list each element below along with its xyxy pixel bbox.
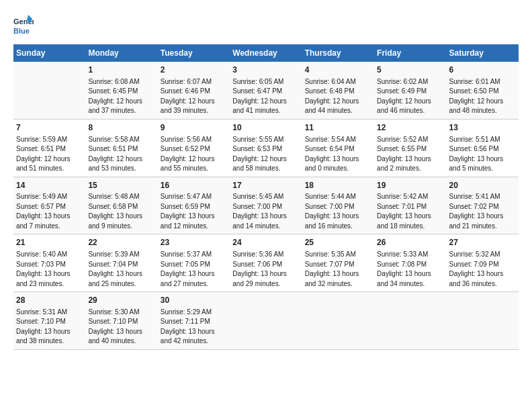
calendar-cell — [302, 292, 374, 350]
day-number: 21 — [16, 237, 83, 248]
calendar-cell — [13, 62, 85, 119]
cell-content: Sunrise: 6:04 AM Sunset: 6:48 PM Dayligh… — [305, 77, 371, 116]
calendar-cell: 22Sunrise: 5:39 AM Sunset: 7:04 PM Dayli… — [85, 234, 157, 292]
calendar-cell: 13Sunrise: 5:51 AM Sunset: 6:56 PM Dayli… — [447, 119, 519, 177]
calendar-cell — [447, 292, 519, 350]
day-number: 9 — [161, 122, 227, 134]
day-number: 4 — [305, 64, 371, 76]
calendar-cell: 27Sunrise: 5:32 AM Sunset: 7:09 PM Dayli… — [447, 234, 519, 292]
calendar-cell: 6Sunrise: 6:01 AM Sunset: 6:50 PM Daylig… — [447, 62, 519, 119]
cell-content: Sunrise: 5:30 AM Sunset: 7:10 PM Dayligh… — [88, 308, 154, 347]
svg-text:Blue: Blue — [13, 27, 30, 35]
calendar-cell: 28Sunrise: 5:31 AM Sunset: 7:10 PM Dayli… — [13, 292, 85, 350]
day-number: 15 — [88, 180, 154, 191]
cell-content: Sunrise: 5:44 AM Sunset: 7:00 PM Dayligh… — [305, 192, 371, 231]
calendar-cell: 19Sunrise: 5:42 AM Sunset: 7:01 PM Dayli… — [374, 177, 446, 234]
calendar-cell: 8Sunrise: 5:58 AM Sunset: 6:51 PM Daylig… — [85, 119, 157, 177]
calendar-cell: 21Sunrise: 5:40 AM Sunset: 7:03 PM Dayli… — [13, 234, 85, 292]
calendar-cell: 26Sunrise: 5:33 AM Sunset: 7:08 PM Dayli… — [374, 234, 446, 292]
cell-content: Sunrise: 5:37 AM Sunset: 7:05 PM Dayligh… — [161, 250, 227, 289]
day-number: 12 — [377, 122, 443, 134]
calendar-cell: 16Sunrise: 5:47 AM Sunset: 6:59 PM Dayli… — [158, 177, 230, 234]
cell-content: Sunrise: 5:52 AM Sunset: 6:55 PM Dayligh… — [377, 135, 443, 174]
cell-content: Sunrise: 5:39 AM Sunset: 7:04 PM Dayligh… — [88, 250, 154, 289]
calendar-header: SundayMondayTuesdayWednesdayThursdayFrid… — [13, 44, 519, 62]
day-number: 13 — [449, 122, 516, 134]
cell-content: Sunrise: 5:45 AM Sunset: 7:00 PM Dayligh… — [232, 192, 299, 231]
week-row-2: 14Sunrise: 5:49 AM Sunset: 6:57 PM Dayli… — [13, 177, 519, 234]
calendar-cell: 5Sunrise: 6:02 AM Sunset: 6:49 PM Daylig… — [374, 62, 446, 119]
day-number: 29 — [88, 295, 154, 306]
week-row-1: 7Sunrise: 5:59 AM Sunset: 6:51 PM Daylig… — [13, 119, 519, 177]
cell-content: Sunrise: 5:54 AM Sunset: 6:54 PM Dayligh… — [305, 135, 371, 174]
cell-content: Sunrise: 5:33 AM Sunset: 7:08 PM Dayligh… — [377, 250, 443, 289]
cell-content: Sunrise: 5:59 AM Sunset: 6:51 PM Dayligh… — [16, 135, 83, 174]
cell-content: Sunrise: 6:08 AM Sunset: 6:45 PM Dayligh… — [88, 77, 154, 116]
calendar-cell: 15Sunrise: 5:48 AM Sunset: 6:58 PM Dayli… — [85, 177, 157, 234]
logo-svg: General Blue — [13, 13, 34, 38]
cell-content: Sunrise: 5:41 AM Sunset: 7:02 PM Dayligh… — [449, 192, 516, 231]
header-row: SundayMondayTuesdayWednesdayThursdayFrid… — [13, 44, 519, 62]
calendar-cell: 29Sunrise: 5:30 AM Sunset: 7:10 PM Dayli… — [85, 292, 157, 350]
calendar-cell: 3Sunrise: 6:05 AM Sunset: 6:47 PM Daylig… — [230, 62, 302, 119]
header-cell-tuesday: Tuesday — [158, 44, 230, 62]
calendar-cell — [230, 292, 302, 350]
logo: General Blue — [13, 13, 34, 38]
day-number: 3 — [232, 64, 299, 76]
calendar-cell: 23Sunrise: 5:37 AM Sunset: 7:05 PM Dayli… — [158, 234, 230, 292]
header-cell-monday: Monday — [85, 44, 157, 62]
calendar-cell: 14Sunrise: 5:49 AM Sunset: 6:57 PM Dayli… — [13, 177, 85, 234]
header: General Blue — [13, 13, 519, 38]
calendar-cell: 9Sunrise: 5:56 AM Sunset: 6:52 PM Daylig… — [158, 119, 230, 177]
cell-content: Sunrise: 5:56 AM Sunset: 6:52 PM Dayligh… — [161, 135, 227, 174]
day-number: 8 — [88, 122, 154, 134]
day-number: 17 — [232, 180, 299, 191]
calendar-body: 1Sunrise: 6:08 AM Sunset: 6:45 PM Daylig… — [13, 62, 519, 349]
cell-content: Sunrise: 5:36 AM Sunset: 7:06 PM Dayligh… — [232, 250, 299, 289]
header-cell-friday: Friday — [374, 44, 446, 62]
cell-content: Sunrise: 6:01 AM Sunset: 6:50 PM Dayligh… — [449, 77, 516, 116]
header-cell-wednesday: Wednesday — [230, 44, 302, 62]
week-row-0: 1Sunrise: 6:08 AM Sunset: 6:45 PM Daylig… — [13, 62, 519, 119]
day-number: 14 — [16, 180, 83, 191]
calendar-cell: 1Sunrise: 6:08 AM Sunset: 6:45 PM Daylig… — [85, 62, 157, 119]
day-number: 19 — [377, 180, 443, 191]
day-number: 16 — [161, 180, 227, 191]
calendar-cell: 17Sunrise: 5:45 AM Sunset: 7:00 PM Dayli… — [230, 177, 302, 234]
day-number: 26 — [377, 237, 443, 248]
day-number: 24 — [232, 237, 299, 248]
cell-content: Sunrise: 5:35 AM Sunset: 7:07 PM Dayligh… — [305, 250, 371, 289]
logo-graphic: General Blue — [13, 13, 34, 38]
cell-content: Sunrise: 5:51 AM Sunset: 6:56 PM Dayligh… — [449, 135, 516, 174]
calendar-cell: 4Sunrise: 6:04 AM Sunset: 6:48 PM Daylig… — [302, 62, 374, 119]
day-number: 25 — [305, 237, 371, 248]
day-number: 11 — [305, 122, 371, 134]
cell-content: Sunrise: 6:05 AM Sunset: 6:47 PM Dayligh… — [232, 77, 299, 116]
calendar-cell: 12Sunrise: 5:52 AM Sunset: 6:55 PM Dayli… — [374, 119, 446, 177]
week-row-3: 21Sunrise: 5:40 AM Sunset: 7:03 PM Dayli… — [13, 234, 519, 292]
day-number: 5 — [377, 64, 443, 76]
cell-content: Sunrise: 5:55 AM Sunset: 6:53 PM Dayligh… — [232, 135, 299, 174]
calendar-cell: 20Sunrise: 5:41 AM Sunset: 7:02 PM Dayli… — [447, 177, 519, 234]
calendar-cell: 25Sunrise: 5:35 AM Sunset: 7:07 PM Dayli… — [302, 234, 374, 292]
cell-content: Sunrise: 5:47 AM Sunset: 6:59 PM Dayligh… — [161, 192, 227, 231]
day-number: 7 — [16, 122, 83, 134]
header-cell-sunday: Sunday — [13, 44, 85, 62]
day-number: 10 — [232, 122, 299, 134]
calendar-cell: 10Sunrise: 5:55 AM Sunset: 6:53 PM Dayli… — [230, 119, 302, 177]
calendar-cell: 2Sunrise: 6:07 AM Sunset: 6:46 PM Daylig… — [158, 62, 230, 119]
calendar-cell — [374, 292, 446, 350]
day-number: 28 — [16, 295, 83, 306]
cell-content: Sunrise: 5:42 AM Sunset: 7:01 PM Dayligh… — [377, 192, 443, 231]
day-number: 6 — [449, 64, 516, 76]
cell-content: Sunrise: 5:49 AM Sunset: 6:57 PM Dayligh… — [16, 192, 83, 231]
day-number: 20 — [449, 180, 516, 191]
calendar-cell: 18Sunrise: 5:44 AM Sunset: 7:00 PM Dayli… — [302, 177, 374, 234]
calendar-cell: 7Sunrise: 5:59 AM Sunset: 6:51 PM Daylig… — [13, 119, 85, 177]
calendar-cell: 24Sunrise: 5:36 AM Sunset: 7:06 PM Dayli… — [230, 234, 302, 292]
cell-content: Sunrise: 5:40 AM Sunset: 7:03 PM Dayligh… — [16, 250, 83, 289]
day-number: 30 — [161, 295, 227, 306]
cell-content: Sunrise: 5:58 AM Sunset: 6:51 PM Dayligh… — [88, 135, 154, 174]
calendar-table: SundayMondayTuesdayWednesdayThursdayFrid… — [13, 44, 519, 350]
day-number: 27 — [449, 237, 516, 248]
